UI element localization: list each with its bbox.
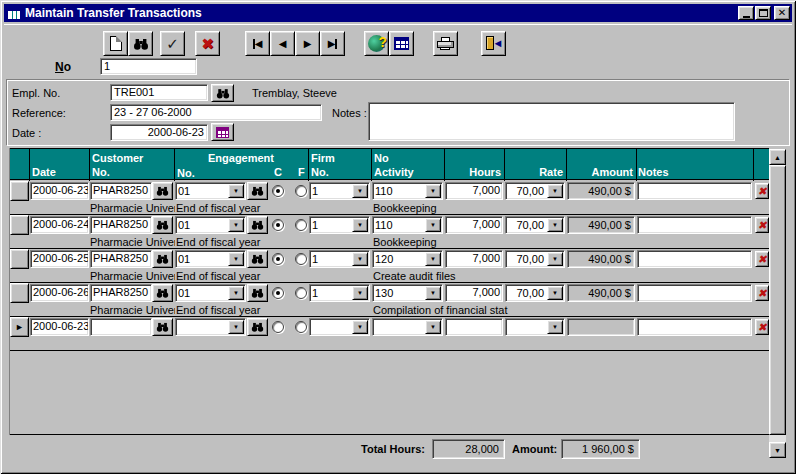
dropdown-arrow-icon[interactable]: ▼ [228, 218, 244, 232]
dropdown-arrow-icon[interactable]: ▼ [228, 184, 244, 198]
customer-find-button[interactable] [152, 318, 173, 336]
customer-find-button[interactable] [152, 182, 173, 200]
engagement-f-radio[interactable] [295, 253, 307, 265]
activity-dropdown[interactable]: ▼ [372, 318, 443, 336]
dropdown-arrow-icon[interactable]: ▼ [352, 286, 368, 300]
scroll-up-button[interactable]: ▲ [769, 149, 786, 165]
rate-dropdown[interactable]: 70,00 ▼ [505, 216, 565, 234]
hours-field[interactable] [445, 318, 503, 336]
engagement-dropdown[interactable]: 01 ▼ [175, 182, 246, 200]
firm-dropdown[interactable]: 1 ▼ [309, 216, 370, 234]
record-selector[interactable] [10, 249, 29, 269]
engagement-f-radio[interactable] [295, 185, 307, 197]
record-selector[interactable] [10, 181, 29, 201]
row-customer-field[interactable]: PHAR8250 [90, 250, 152, 268]
dropdown-arrow-icon[interactable]: ▼ [547, 286, 563, 300]
engagement-find-button[interactable] [247, 182, 268, 200]
row-customer-field[interactable] [90, 318, 152, 336]
engagement-c-radio[interactable] [272, 185, 284, 197]
dropdown-arrow-icon[interactable]: ▼ [547, 184, 563, 198]
maximize-button[interactable] [755, 6, 771, 20]
dropdown-arrow-icon[interactable]: ▼ [425, 252, 441, 266]
first-record-button[interactable]: ◀ [245, 31, 270, 56]
delete-row-button[interactable]: ✖ [755, 183, 769, 199]
firm-dropdown[interactable]: 1 ▼ [309, 182, 370, 200]
engagement-f-radio[interactable] [295, 219, 307, 231]
empl-find-button[interactable] [211, 84, 234, 102]
dropdown-arrow-icon[interactable]: ▼ [352, 184, 368, 198]
dropdown-arrow-icon[interactable]: ▼ [352, 320, 368, 334]
activity-dropdown[interactable]: 110 ▼ [372, 216, 443, 234]
engagement-dropdown[interactable]: ▼ [175, 318, 246, 336]
engagement-c-radio[interactable] [272, 321, 284, 333]
record-selector[interactable] [10, 215, 29, 235]
activity-dropdown[interactable]: 130 ▼ [372, 284, 443, 302]
engagement-find-button[interactable] [247, 318, 268, 336]
record-selector[interactable]: ► [10, 317, 29, 337]
row-date-field[interactable]: 2000-06-23 [30, 318, 89, 336]
previous-record-button[interactable]: ◀ [270, 31, 295, 56]
hours-field[interactable]: 7,000 [445, 216, 503, 234]
scroll-down-button[interactable]: ▼ [769, 442, 786, 458]
date-field[interactable]: 2000-06-23 [110, 124, 208, 141]
hours-field[interactable]: 7,000 [445, 284, 503, 302]
delete-row-button[interactable]: ✖ [755, 251, 769, 267]
print-button[interactable] [433, 31, 458, 56]
row-notes-field[interactable] [637, 216, 752, 234]
row-date-field[interactable]: 2000-06-24 [30, 216, 89, 234]
dropdown-arrow-icon[interactable]: ▼ [425, 184, 441, 198]
row-customer-field[interactable]: PHAR8250 [90, 182, 152, 200]
engagement-find-button[interactable] [247, 216, 268, 234]
row-notes-field[interactable] [637, 182, 752, 200]
engagement-dropdown[interactable]: 01 ▼ [175, 216, 246, 234]
engagement-c-radio[interactable] [272, 287, 284, 299]
firm-dropdown[interactable]: ▼ [309, 318, 370, 336]
row-date-field[interactable]: 2000-06-26 [30, 284, 89, 302]
hours-field[interactable]: 7,000 [445, 182, 503, 200]
minimize-button[interactable] [738, 6, 754, 20]
engagement-dropdown[interactable]: 01 ▼ [175, 284, 246, 302]
confirm-button[interactable]: ✓ [160, 31, 185, 56]
notes-field[interactable] [368, 102, 735, 141]
calendar-button[interactable] [211, 123, 234, 141]
customer-find-button[interactable] [152, 250, 173, 268]
dropdown-arrow-icon[interactable]: ▼ [352, 252, 368, 266]
rate-dropdown[interactable]: 70,00 ▼ [505, 250, 565, 268]
row-date-field[interactable]: 2000-06-23 [30, 182, 89, 200]
datasheet-button[interactable] [389, 31, 414, 56]
dropdown-arrow-icon[interactable]: ▼ [425, 286, 441, 300]
engagement-f-radio[interactable] [295, 287, 307, 299]
dropdown-arrow-icon[interactable]: ▼ [547, 218, 563, 232]
row-notes-field[interactable] [637, 250, 752, 268]
dropdown-arrow-icon[interactable]: ▼ [425, 218, 441, 232]
record-selector[interactable] [10, 283, 29, 303]
firm-dropdown[interactable]: 1 ▼ [309, 284, 370, 302]
delete-row-button[interactable]: ✖ [755, 285, 769, 301]
delete-row-button[interactable]: ✖ [755, 319, 769, 335]
activity-dropdown[interactable]: 120 ▼ [372, 250, 443, 268]
last-record-button[interactable]: ▶ [320, 31, 345, 56]
vertical-scrollbar[interactable]: ▲ ▼ [769, 149, 786, 458]
row-customer-field[interactable]: PHAR8250 [90, 216, 152, 234]
delete-row-button[interactable]: ✖ [755, 217, 769, 233]
engagement-dropdown[interactable]: 01 ▼ [175, 250, 246, 268]
dropdown-arrow-icon[interactable]: ▼ [547, 320, 563, 334]
exit-button[interactable]: ◄ [481, 31, 506, 56]
reference-field[interactable]: 23 - 27 06-2000 [110, 104, 322, 121]
row-notes-field[interactable] [637, 318, 752, 336]
close-button[interactable]: ✕ [774, 6, 790, 20]
scrollbar-thumb[interactable] [769, 165, 786, 435]
record-no-field[interactable]: 1 [100, 58, 197, 75]
hours-field[interactable]: 7,000 [445, 250, 503, 268]
dropdown-arrow-icon[interactable]: ▼ [228, 252, 244, 266]
customer-find-button[interactable] [152, 216, 173, 234]
dropdown-arrow-icon[interactable]: ▼ [425, 320, 441, 334]
rate-dropdown[interactable]: ▼ [505, 318, 565, 336]
dropdown-arrow-icon[interactable]: ▼ [547, 252, 563, 266]
row-date-field[interactable]: 2000-06-25 [30, 250, 89, 268]
firm-dropdown[interactable]: 1 ▼ [309, 250, 370, 268]
engagement-find-button[interactable] [247, 284, 268, 302]
engagement-c-radio[interactable] [272, 219, 284, 231]
customer-find-button[interactable] [152, 284, 173, 302]
new-record-button[interactable] [103, 31, 128, 56]
